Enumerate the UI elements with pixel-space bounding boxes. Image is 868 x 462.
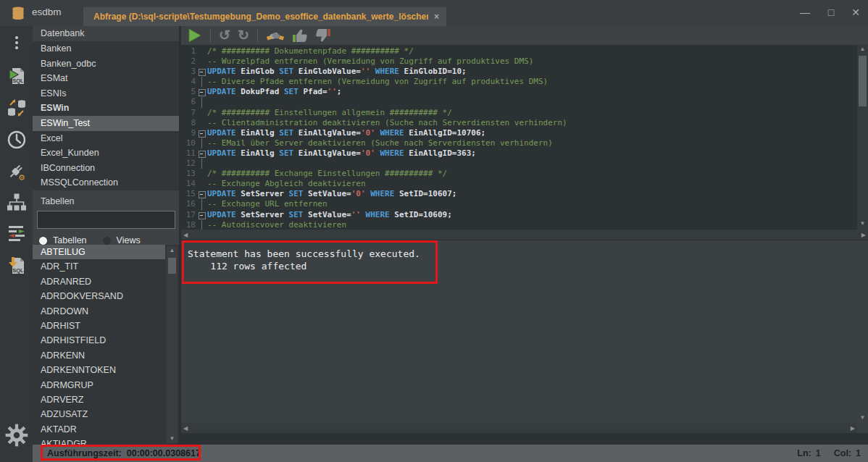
export-sql-file-icon[interactable]: SQL: [0, 253, 33, 278]
table-item[interactable]: AKTIADGR: [33, 437, 179, 445]
undo-button[interactable]: ↺: [215, 27, 234, 44]
fold-marker-icon[interactable]: [196, 67, 207, 77]
table-item[interactable]: ADRKENNTOKEN: [33, 363, 179, 377]
table-item[interactable]: ADRKENN: [33, 348, 179, 363]
code-line[interactable]: 5UPDATE DokuPfad SET Pfad='';: [181, 87, 567, 97]
tab-close-icon[interactable]: ×: [434, 12, 439, 22]
overflow-menu-icon[interactable]: [0, 30, 33, 55]
database-item[interactable]: ESWin_Test: [33, 116, 179, 131]
table-item[interactable]: ADRANRED: [33, 274, 179, 289]
output-vertical-scrollbar[interactable]: ▼: [857, 240, 868, 424]
app-title: esdbm: [32, 7, 62, 17]
code-line[interactable]: 9UPDATE EinAllg SET EinAllgValue='0' WHE…: [181, 128, 567, 138]
fold-gutter: [196, 138, 207, 148]
fold-gutter: [196, 56, 207, 67]
database-item[interactable]: Excel: [33, 131, 179, 146]
code-text: -- Diverse Pfade entfernen (Vermeidung v…: [207, 77, 548, 87]
scroll-right-icon[interactable]: ▶: [851, 425, 855, 432]
fold-marker-icon[interactable]: [196, 148, 207, 159]
run-button[interactable]: [184, 27, 206, 44]
line-number: 14: [181, 179, 196, 189]
database-item[interactable]: Banken_odbc: [33, 56, 179, 72]
code-line[interactable]: 15UPDATE SetServer SET SetValue='0' WHER…: [181, 189, 567, 199]
code-line[interactable]: 2-- Wurzelpfad entfernen (Vermeidung von…: [181, 56, 567, 67]
table-list-scrollbar[interactable]: ▲ ▼: [167, 246, 178, 443]
table-item[interactable]: ADRVERZ: [33, 392, 179, 407]
table-item[interactable]: ADRDOKVERSAND: [33, 289, 179, 303]
table-item[interactable]: AKTADR: [33, 422, 179, 437]
fold-gutter: [196, 97, 207, 107]
fold-marker-icon[interactable]: [196, 128, 207, 138]
code-line[interactable]: 11UPDATE EinAllg SET EinAllgValue='0' WH…: [181, 148, 567, 159]
table-item[interactable]: ADR_TIT: [33, 259, 179, 274]
code-line[interactable]: 14-- Exchange Abgleich deaktivieren: [181, 179, 567, 189]
scroll-left-icon[interactable]: ◀: [183, 232, 188, 238]
scrollbar-thumb[interactable]: [168, 258, 176, 274]
code-line[interactable]: 1/* ########## Dokumentenpfade #########…: [181, 46, 567, 56]
close-window-button[interactable]: ✕: [844, 3, 867, 22]
fold-gutter: [196, 199, 207, 209]
tables-radio-button[interactable]: [38, 236, 48, 245]
views-radio-button[interactable]: [102, 236, 112, 245]
minimize-button[interactable]: —: [793, 3, 817, 22]
database-item[interactable]: MSSQLConnection: [33, 175, 179, 190]
database-item[interactable]: ESNIs: [33, 86, 179, 101]
fold-gutter: [196, 220, 207, 230]
table-item[interactable]: ABTEILUG: [33, 245, 165, 259]
sql-editor[interactable]: 1/* ########## Dokumentenpfade #########…: [181, 45, 868, 230]
database-item[interactable]: ESMat: [33, 71, 179, 86]
scrollbar-thumb[interactable]: [859, 56, 867, 106]
commit-button[interactable]: [262, 27, 288, 44]
editor-horizontal-scrollbar[interactable]: ◀ ▶: [181, 230, 868, 240]
database-item[interactable]: IBConnection: [33, 161, 179, 176]
fold-marker-icon[interactable]: [196, 87, 207, 97]
scroll-right-icon[interactable]: ▶: [861, 232, 866, 238]
table-item[interactable]: ADRDOWN: [33, 304, 179, 319]
table-item[interactable]: ADRHIST: [33, 319, 179, 333]
output-horizontal-scrollbar[interactable]: ◀ ▶: [181, 423, 857, 433]
table-item[interactable]: ADRHISTFIELD: [33, 333, 179, 348]
code-text: -- Exchange URL entfernen: [207, 199, 327, 209]
data-compare-icon[interactable]: [0, 222, 33, 246]
table-item[interactable]: ADZUSATZ: [33, 407, 179, 421]
code-line[interactable]: 13/* ########## Exchange Einstellungen #…: [181, 169, 567, 179]
code-text: /* ########## Exchange Einstellungen ###…: [207, 169, 447, 179]
code-line[interactable]: 4-- Diverse Pfade entfernen (Vermeidung …: [181, 77, 567, 87]
code-line[interactable]: 16-- Exchange URL entfernen: [181, 199, 567, 209]
maximize-button[interactable]: □: [819, 3, 843, 22]
connection-settings-icon[interactable]: ⚙: [0, 159, 33, 184]
settings-icon[interactable]: [0, 423, 33, 448]
scroll-left-icon[interactable]: ◀: [183, 425, 188, 432]
query-tab[interactable]: Abfrage (D:\sql-scripte\Testumgebung_Dem…: [83, 7, 446, 26]
database-item[interactable]: Excel_Kunden: [33, 146, 179, 161]
code-line[interactable]: 8-- Clientadministration deaktivieren (S…: [181, 118, 567, 128]
editor-vertical-scrollbar[interactable]: ▲ ▼: [857, 45, 868, 230]
history-icon[interactable]: [0, 127, 33, 152]
database-structure-icon[interactable]: [0, 190, 33, 215]
code-line[interactable]: 10-- EMail über Server deaktivieren (Suc…: [181, 138, 567, 148]
scroll-up-icon[interactable]: ▲: [857, 45, 868, 54]
database-item[interactable]: Banken: [33, 41, 179, 56]
fold-marker-icon[interactable]: [196, 210, 207, 220]
redo-button[interactable]: ↻: [234, 27, 253, 44]
approve-button[interactable]: [288, 27, 312, 44]
code-text: UPDATE SetServer SET SetValue='' WHERE S…: [207, 210, 452, 220]
table-filter-input[interactable]: [37, 211, 175, 229]
scroll-up-icon[interactable]: ▲: [167, 246, 178, 255]
scroll-down-icon[interactable]: ▼: [857, 413, 868, 422]
database-item[interactable]: ESWin: [33, 101, 179, 116]
code-line[interactable]: 6: [181, 97, 567, 107]
run-sql-file-icon[interactable]: SQL: [0, 64, 33, 88]
code-line[interactable]: 7/* ########## Einstellungen allgemein #…: [181, 108, 567, 118]
scroll-down-icon[interactable]: ▼: [167, 434, 178, 443]
code-line[interactable]: 3UPDATE EinGlob SET EinGlobValue='' WHER…: [181, 67, 567, 77]
reject-button[interactable]: [312, 27, 335, 44]
code-line[interactable]: 18-- Autodiscvover deaktivieren: [181, 220, 567, 230]
database-sync-icon[interactable]: [0, 96, 33, 120]
code-line[interactable]: 12: [181, 159, 567, 169]
scroll-down-icon[interactable]: ▼: [857, 219, 868, 228]
fold-marker-icon[interactable]: [196, 189, 207, 199]
column-value: 1: [856, 448, 861, 458]
code-line[interactable]: 17UPDATE SetServer SET SetValue='' WHERE…: [181, 210, 567, 220]
table-item[interactable]: ADRMGRUP: [33, 378, 179, 392]
